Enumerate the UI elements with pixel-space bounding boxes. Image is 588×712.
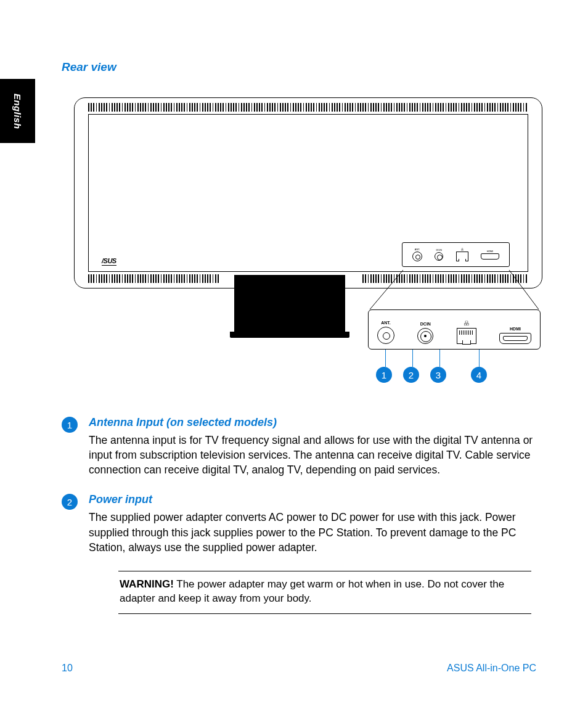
lan-port-icon bbox=[457, 328, 476, 344]
callout-1: 1 bbox=[376, 367, 392, 383]
leader-line-4 bbox=[479, 350, 480, 367]
leader-line-1 bbox=[385, 350, 386, 367]
callout-4: 4 bbox=[471, 367, 487, 383]
stand-base bbox=[230, 332, 349, 338]
warning-label: WARNING! bbox=[120, 578, 174, 590]
rear-view-diagram: /SUS ANT. DCIN 品 HDMI ANT. DCIN 品 HDMI bbox=[74, 91, 542, 398]
section-title: Rear view bbox=[62, 60, 536, 74]
item-list: 1 Antenna Input (on selected models) The… bbox=[62, 416, 536, 555]
item-title-power: Power input bbox=[89, 493, 536, 506]
warning-text: The power adapter may get warm or hot wh… bbox=[120, 578, 504, 604]
page-content: Rear view /SUS ANT. DCIN 品 HDMI ANT. DCI… bbox=[62, 60, 536, 614]
leader-line-2 bbox=[412, 350, 413, 367]
ant-label: ANT. bbox=[381, 321, 391, 325]
hdmi-port-icon bbox=[499, 333, 531, 344]
page-footer: 10 ASUS All-in-One PC bbox=[62, 663, 536, 674]
item-number-1: 1 bbox=[62, 417, 78, 433]
item-text-antenna: The antenna input is for TV frequency si… bbox=[89, 433, 536, 477]
callout-bubbles: 1 2 3 4 bbox=[376, 367, 536, 383]
leader-line-3 bbox=[439, 350, 440, 367]
warning-box: WARNING! The power adapter may get warm … bbox=[118, 571, 531, 614]
item-power: 2 Power input The supplied power adapter… bbox=[62, 493, 536, 554]
product-name: ASUS All-in-One PC bbox=[447, 663, 536, 674]
svg-line-0 bbox=[370, 270, 403, 309]
hdmi-label: HDMI bbox=[510, 327, 521, 331]
antenna-port-icon bbox=[377, 327, 394, 344]
port-panel-enlarged: ANT. DCIN 品 HDMI bbox=[368, 309, 541, 350]
page-number: 10 bbox=[62, 663, 73, 674]
item-number-2: 2 bbox=[62, 494, 78, 510]
callout-3: 3 bbox=[430, 367, 446, 383]
language-tab: English bbox=[0, 79, 35, 143]
language-tab-label: English bbox=[12, 93, 23, 129]
dcin-label: DCIN bbox=[420, 322, 431, 326]
item-title-antenna: Antenna Input (on selected models) bbox=[89, 416, 536, 429]
dcin-port-icon bbox=[417, 328, 433, 344]
item-antenna: 1 Antenna Input (on selected models) The… bbox=[62, 416, 536, 477]
callout-2: 2 bbox=[403, 367, 419, 383]
svg-line-1 bbox=[509, 270, 539, 309]
lan-label-icon: 品 bbox=[464, 321, 469, 326]
item-text-power: The supplied power adapter converts AC p… bbox=[89, 510, 536, 554]
zoom-leader-lines bbox=[74, 91, 542, 313]
